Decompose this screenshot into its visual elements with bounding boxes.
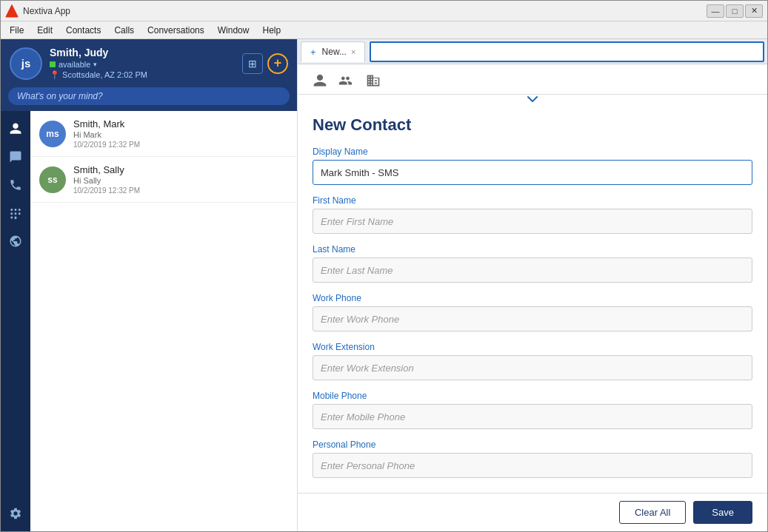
work-extension-label: Work Extension — [313, 342, 752, 352]
work-phone-label: Work Phone — [313, 293, 752, 303]
display-name-field: Display Name — [313, 147, 752, 185]
form-area: New Contact Display Name First Name Last… — [298, 104, 767, 493]
work-phone-input[interactable] — [313, 306, 752, 331]
nav-icon-contacts[interactable] — [4, 117, 27, 141]
app-logo-icon — [5, 4, 19, 18]
conversation-item[interactable]: ss Smith, Sally Hi Sally 10/2/2019 12:32… — [30, 157, 297, 203]
last-name-input[interactable] — [313, 257, 752, 283]
work-extension-field: Work Extension — [313, 342, 752, 380]
tab-close-button[interactable]: × — [351, 47, 355, 56]
nav-icon-phone[interactable] — [4, 173, 27, 197]
new-tab[interactable]: + New... × — [301, 41, 365, 62]
last-name-field: Last Name — [313, 244, 752, 283]
menu-bar: File Edit Contacts Calls Conversations W… — [1, 21, 767, 39]
menu-help[interactable]: Help — [256, 24, 287, 37]
nav-icon-dialpad[interactable] — [4, 201, 27, 225]
conv-info-mark: Smith, Mark Hi Mark 10/2/2019 12:32 PM — [73, 118, 288, 149]
last-name-label: Last Name — [313, 244, 752, 255]
menu-window[interactable]: Window — [212, 24, 256, 37]
grid-icon-button[interactable]: ⊞ — [242, 53, 263, 74]
bottom-nav — [4, 257, 27, 531]
conv-avatar-ms: ms — [39, 121, 66, 147]
main-content: js Smith, Judy available ▾ 📍 Scottsdale,… — [1, 39, 767, 531]
clear-all-button[interactable]: Clear All — [619, 501, 686, 524]
left-nav — [1, 111, 30, 531]
app-window: Nextiva App — □ ✕ File Edit Contacts Cal… — [0, 0, 768, 532]
personal-phone-label: Personal Phone — [313, 440, 752, 450]
left-panel-inner: ms Smith, Mark Hi Mark 10/2/2019 12:32 P… — [1, 111, 297, 531]
conv-preview: Hi Sally — [73, 176, 288, 185]
avatar: js — [10, 47, 42, 80]
add-contact-button[interactable]: + — [267, 53, 288, 74]
mobile-phone-input[interactable] — [313, 404, 752, 429]
personal-phone-input[interactable] — [313, 453, 752, 478]
app-title: Nextiva App — [23, 6, 70, 16]
conversations-list: ms Smith, Mark Hi Mark 10/2/2019 12:32 P… — [30, 111, 297, 531]
tab-label: New... — [322, 47, 347, 57]
nav-icon-globe[interactable] — [4, 229, 27, 253]
left-panel: js Smith, Judy available ▾ 📍 Scottsdale,… — [1, 39, 297, 531]
contact-type-bar — [298, 64, 767, 95]
conv-preview: Hi Mark — [73, 130, 288, 139]
maximize-button[interactable]: □ — [726, 4, 744, 18]
status-dot — [50, 61, 56, 67]
conv-name: Smith, Mark — [73, 118, 288, 129]
group-contact-icon[interactable] — [336, 70, 357, 91]
menu-conversations[interactable]: Conversations — [141, 24, 210, 37]
conv-time: 10/2/2019 12:32 PM — [73, 186, 288, 195]
menu-contacts[interactable]: Contacts — [60, 24, 107, 37]
right-panel: + New... × — [297, 39, 767, 531]
save-button[interactable]: Save — [693, 501, 752, 524]
first-name-label: First Name — [313, 195, 752, 206]
location-pin-icon: 📍 — [50, 70, 60, 79]
conv-name: Smith, Sally — [73, 164, 288, 175]
gear-icon[interactable] — [4, 502, 27, 525]
menu-calls[interactable]: Calls — [108, 24, 140, 37]
title-bar-left: Nextiva App — [5, 4, 70, 18]
conv-time: 10/2/2019 12:32 PM — [73, 141, 288, 149]
personal-phone-field: Personal Phone — [313, 440, 752, 478]
profile-header: js Smith, Judy available ▾ 📍 Scottsdale,… — [1, 39, 297, 87]
conv-info-sally: Smith, Sally Hi Sally 10/2/2019 12:32 PM — [73, 164, 288, 195]
tab-arrow — [298, 95, 767, 104]
first-name-input[interactable] — [313, 209, 752, 234]
profile-actions: ⊞ + — [242, 53, 288, 74]
tab-search-input[interactable] — [370, 41, 764, 62]
tab-plus-icon: + — [310, 47, 316, 58]
close-button[interactable]: ✕ — [745, 4, 763, 18]
minimize-button[interactable]: — — [707, 4, 724, 18]
whats-on-mind-input[interactable]: What's on your mind? — [8, 87, 290, 105]
work-extension-input[interactable] — [313, 355, 752, 380]
first-name-field: First Name — [313, 195, 752, 234]
nav-icon-chat[interactable] — [4, 145, 27, 169]
profile-status[interactable]: available ▾ — [50, 60, 235, 69]
profile-name: Smith, Judy — [50, 47, 235, 58]
menu-file[interactable]: File — [4, 24, 30, 37]
profile-info: Smith, Judy available ▾ 📍 Scottsdale, AZ… — [50, 47, 235, 80]
single-contact-icon[interactable] — [310, 70, 330, 91]
company-contact-icon[interactable] — [363, 70, 384, 91]
action-bar: Clear All Save — [298, 493, 767, 531]
conversation-item[interactable]: ms Smith, Mark Hi Mark 10/2/2019 12:32 P… — [30, 111, 297, 157]
work-phone-field: Work Phone — [313, 293, 752, 331]
title-bar: Nextiva App — □ ✕ — [1, 1, 767, 21]
mobile-phone-field: Mobile Phone — [313, 391, 752, 429]
display-name-input[interactable] — [313, 160, 752, 185]
status-text: available — [59, 60, 90, 69]
display-name-label: Display Name — [313, 147, 752, 157]
profile-location: 📍 Scottsdale, AZ 2:02 PM — [50, 70, 235, 80]
mobile-phone-label: Mobile Phone — [313, 391, 752, 401]
form-title: New Contact — [313, 115, 752, 135]
status-chevron-icon: ▾ — [93, 61, 97, 68]
conv-avatar-ss: ss — [39, 166, 66, 193]
title-bar-controls: — □ ✕ — [707, 4, 763, 18]
menu-edit[interactable]: Edit — [31, 24, 59, 37]
tab-bar: + New... × — [298, 39, 767, 64]
